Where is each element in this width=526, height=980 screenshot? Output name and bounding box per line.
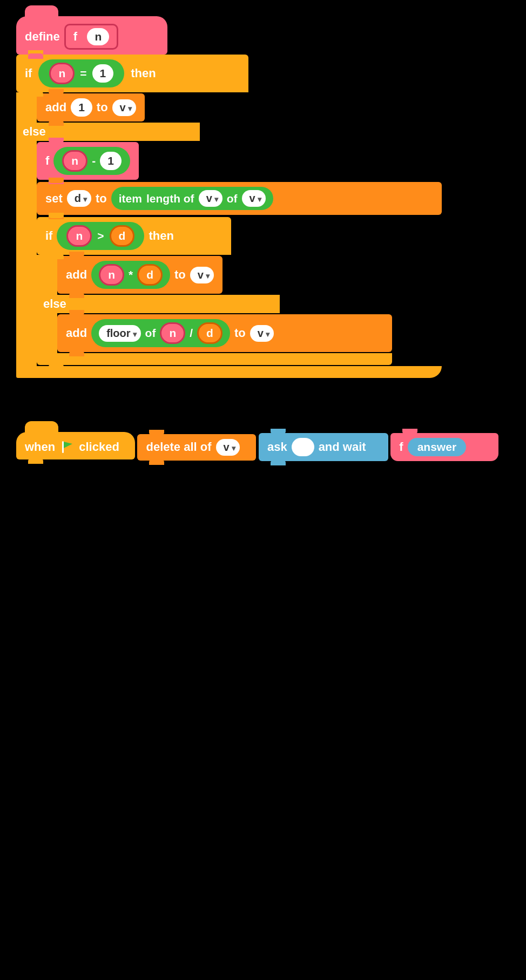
ask-wait: and wait: [319, 440, 366, 454]
f-one: 1: [100, 152, 122, 170]
add3-var-dropdown[interactable]: v: [250, 325, 274, 342]
c-spine-2: [16, 141, 37, 181]
add1-var-arrow: [128, 102, 132, 114]
if2-d: d: [110, 225, 135, 247]
outer-if-block: if n = 1 then add 1: [16, 55, 442, 378]
set-row-outer: set d to item length of v: [16, 181, 442, 216]
add3-slash: /: [190, 327, 193, 340]
condition-n-eq-1: n = 1: [38, 59, 124, 87]
n-gt-d-cond: n > d: [57, 222, 144, 250]
floor-dropdown[interactable]: floor: [99, 325, 140, 342]
c-spine-4: [16, 216, 37, 366]
f2-label: f: [399, 440, 403, 454]
if-top[interactable]: if n = 1 then: [16, 55, 248, 92]
add3-n: n: [160, 322, 185, 344]
list1-arrow: [214, 192, 218, 205]
length-of-label: length of: [146, 192, 194, 205]
else-inner: f n - 1: [16, 141, 442, 181]
c-spine-6: [37, 313, 57, 353]
of-label: of: [227, 192, 238, 205]
add3-label: add: [66, 326, 87, 340]
set-to: to: [96, 192, 107, 206]
if-inner-blocks: add 1 to v: [37, 92, 145, 123]
add2-var-arrow: [206, 269, 210, 281]
add2-to: to: [174, 268, 186, 282]
inner-if-blocks: if n > d then add: [37, 216, 392, 366]
add3-d: d: [197, 322, 222, 344]
if2-gt: >: [97, 229, 104, 242]
f-answer-block[interactable]: f answer: [390, 433, 498, 461]
cond-n: n: [49, 63, 75, 84]
list2-dropdown[interactable]: v: [242, 190, 266, 207]
delete-var-dropdown[interactable]: v: [216, 439, 240, 456]
when-label: when: [25, 440, 55, 454]
item-length-of-v-of-v: item length of v of v: [111, 187, 273, 210]
set-var-arrow: [83, 192, 87, 205]
if2-n: n: [66, 225, 92, 247]
add1-val: 1: [71, 98, 92, 117]
if2-top[interactable]: if n > d then: [37, 217, 231, 255]
delete-var-arrow: [232, 441, 235, 454]
param-n: n: [87, 28, 109, 45]
ask-input[interactable]: [292, 438, 314, 456]
floor-n-div-d: floor of n / d: [91, 319, 230, 347]
add-n-d-block[interactable]: add n * d to v: [57, 256, 222, 294]
if-inner: add 1 to v: [16, 92, 442, 123]
svg-rect-0: [62, 441, 64, 453]
else-label: else: [23, 125, 46, 139]
add2-star: *: [129, 268, 133, 281]
list2-arrow: [258, 192, 261, 205]
else2-inner: add floor of n /: [37, 313, 392, 353]
set-row-blocks: set d to item length of v: [37, 181, 442, 216]
add-1-to-v[interactable]: add 1 to v: [37, 93, 145, 121]
add1-to: to: [97, 100, 108, 114]
if2-inner: add n * d to v: [37, 255, 392, 295]
if2-inner-blocks: add n * d to v: [57, 255, 222, 295]
n-times-d: n * d: [91, 261, 170, 289]
inner-if-outer: if n > d then add: [16, 216, 442, 366]
inner-if-close: [37, 353, 392, 365]
else-inner-blocks: f n - 1: [37, 141, 139, 181]
then-label: then: [131, 66, 156, 80]
define-label: define: [25, 30, 60, 44]
outer-if-close: [16, 366, 442, 378]
add1-label: add: [45, 100, 66, 114]
define-block[interactable]: define f n: [16, 16, 167, 55]
ask-and-wait[interactable]: ask and wait: [259, 433, 388, 461]
if-label: if: [25, 66, 32, 80]
if2-then: then: [149, 229, 173, 243]
ask-label: ask: [267, 440, 287, 454]
delete-all-of-v[interactable]: delete all of v: [137, 434, 256, 461]
add3-to: to: [234, 326, 246, 340]
answer-oval: answer: [408, 438, 466, 456]
if2-label: if: [45, 229, 52, 243]
c-spine-3: [16, 181, 37, 216]
clicked-label: clicked: [79, 440, 119, 454]
add1-var-dropdown[interactable]: v: [112, 99, 136, 116]
cond-1: 1: [92, 64, 114, 83]
add-floor-block[interactable]: add floor of n /: [57, 314, 392, 352]
n-minus-1: n - 1: [53, 147, 130, 175]
list1-dropdown[interactable]: v: [199, 190, 222, 207]
floor-arrow: [133, 327, 137, 340]
f-label: f: [45, 154, 49, 168]
add3-of: of: [145, 327, 156, 340]
set-d-block[interactable]: set d to item length of v: [37, 182, 442, 215]
f-minus: -: [92, 154, 96, 167]
add2-d: d: [137, 264, 163, 286]
func-name[interactable]: f n: [64, 24, 119, 50]
add2-n: n: [99, 264, 124, 286]
add3-var-arrow: [266, 327, 269, 340]
c-spine-5: [37, 255, 57, 295]
else-label-row: else: [16, 123, 200, 141]
f-recursive-call[interactable]: f n - 1: [37, 142, 139, 180]
add2-var-dropdown[interactable]: v: [190, 267, 214, 283]
when-flag-clicked[interactable]: when clicked: [16, 432, 135, 459]
set-var-dropdown[interactable]: d: [67, 190, 91, 207]
else2-inner-blocks: add floor of n /: [57, 313, 392, 353]
section2: when clicked delete all of v ask and wai…: [16, 432, 498, 461]
cond-eq: =: [80, 67, 86, 80]
f-n: n: [62, 150, 87, 172]
set-label: set: [45, 192, 63, 206]
c-spine-1: [16, 92, 37, 123]
